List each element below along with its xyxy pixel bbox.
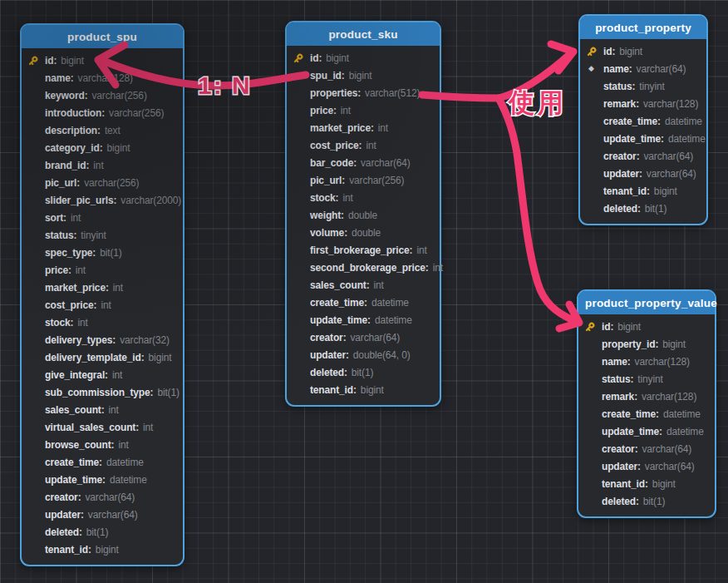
field-row[interactable]: creatorvarchar(64) bbox=[578, 441, 715, 458]
field-type: varchar(64) bbox=[647, 168, 696, 180]
field-row[interactable]: weightdouble bbox=[287, 207, 440, 225]
field-row[interactable]: statustinyint bbox=[22, 227, 183, 245]
field-name: creator bbox=[45, 492, 81, 503]
field-row[interactable]: update_timedatetime bbox=[287, 312, 440, 329]
field-row[interactable]: market_priceint bbox=[22, 279, 183, 297]
field-row[interactable]: pic_urlvarchar(256) bbox=[287, 172, 440, 190]
field-name: keyword bbox=[45, 90, 88, 101]
field-row[interactable]: stockint bbox=[287, 190, 440, 207]
field-row[interactable]: create_timedatetime bbox=[287, 294, 440, 312]
field-type: datetime bbox=[663, 408, 701, 420]
field-name: id bbox=[45, 55, 57, 67]
field-row[interactable]: stockint bbox=[22, 314, 183, 332]
field-row[interactable]: update_timedatetime bbox=[578, 423, 715, 441]
field-row[interactable]: namevarchar(128) bbox=[22, 70, 183, 87]
field-row[interactable]: spu_idbigint bbox=[287, 67, 440, 85]
field-row[interactable]: statustinyint bbox=[580, 78, 706, 96]
field-row[interactable]: volumedouble bbox=[287, 225, 440, 242]
field-row[interactable]: creatorvarchar(64) bbox=[580, 148, 706, 166]
table-product_property_value[interactable]: product_property_valueidbigintproperty_i… bbox=[577, 289, 716, 518]
field-name: create_time bbox=[45, 457, 102, 468]
field-row[interactable]: update_timedatetime bbox=[580, 131, 706, 148]
field-row[interactable]: category_idbigint bbox=[22, 140, 183, 157]
field-row[interactable]: sales_countint bbox=[22, 402, 183, 419]
field-row[interactable]: give_integralint bbox=[22, 367, 183, 384]
field-name: updater bbox=[602, 461, 641, 472]
field-row[interactable]: market_priceint bbox=[287, 120, 440, 137]
field-row[interactable]: browse_countint bbox=[22, 437, 183, 454]
field-row[interactable]: deletedbit(1) bbox=[287, 364, 440, 382]
field-row[interactable]: idbigint bbox=[22, 52, 183, 70]
field-row[interactable]: second_brokerage_priceint bbox=[287, 259, 440, 277]
field-row[interactable]: ◆namevarchar(64) bbox=[580, 61, 706, 78]
field-row[interactable]: create_timedatetime bbox=[22, 454, 183, 472]
field-row[interactable]: deletedbit(1) bbox=[580, 200, 706, 218]
field-row[interactable]: statustinyint bbox=[578, 371, 715, 388]
field-row[interactable]: deletedbit(1) bbox=[22, 524, 183, 541]
field-row[interactable]: introductionvarchar(256) bbox=[22, 105, 183, 122]
field-list: idbigintspu_idbigintpropertiesvarchar(51… bbox=[287, 46, 440, 405]
field-row[interactable]: namevarchar(128) bbox=[578, 353, 715, 371]
field-name: creator bbox=[310, 332, 347, 343]
field-name: name bbox=[45, 72, 74, 84]
field-row[interactable]: idbigint bbox=[578, 319, 715, 336]
field-row[interactable]: update_timedatetime bbox=[22, 472, 183, 489]
field-name: volume bbox=[310, 227, 347, 239]
field-row[interactable]: delivery_typesvarchar(32) bbox=[22, 332, 183, 349]
field-row[interactable]: updatervarchar(64) bbox=[22, 506, 183, 524]
field-type: varchar(64) bbox=[88, 509, 138, 521]
field-row[interactable]: updatervarchar(64) bbox=[578, 458, 715, 476]
field-name: name bbox=[602, 356, 631, 368]
field-type: datetime bbox=[665, 116, 702, 127]
field-row[interactable]: descriptiontext bbox=[22, 122, 183, 140]
field-list: idbigintproperty_idbigintnamevarchar(128… bbox=[578, 314, 715, 516]
field-row[interactable]: create_timedatetime bbox=[578, 406, 715, 423]
field-row[interactable]: create_timedatetime bbox=[580, 113, 706, 131]
field-row[interactable]: priceint bbox=[22, 262, 183, 279]
diagram-canvas[interactable]: product_spuidbigintnamevarchar(128)keywo… bbox=[0, 0, 728, 583]
field-name: deleted bbox=[602, 496, 639, 507]
field-row[interactable]: delivery_template_idbigint bbox=[22, 349, 183, 367]
field-row[interactable]: idbigint bbox=[580, 43, 706, 61]
table-title[interactable]: product_property bbox=[580, 16, 706, 39]
field-row[interactable]: remarkvarchar(128) bbox=[578, 388, 715, 406]
table-title[interactable]: product_spu bbox=[22, 25, 183, 48]
table-title[interactable]: product_property_value bbox=[578, 291, 715, 314]
field-row[interactable]: cost_priceint bbox=[22, 297, 183, 314]
field-row[interactable]: bar_codevarchar(64) bbox=[287, 155, 440, 172]
field-row[interactable]: tenant_idbigint bbox=[578, 476, 715, 493]
table-title[interactable]: product_sku bbox=[287, 22, 440, 46]
field-row[interactable]: property_idbigint bbox=[578, 336, 715, 353]
field-row[interactable]: cost_priceint bbox=[287, 137, 440, 155]
field-type: datetime bbox=[668, 133, 706, 145]
field-row[interactable]: sortint bbox=[22, 210, 183, 227]
field-row[interactable]: propertiesvarchar(512) bbox=[287, 85, 440, 102]
field-row[interactable]: tenant_idbigint bbox=[287, 382, 440, 399]
field-row[interactable]: creatorvarchar(64) bbox=[22, 489, 183, 506]
field-row[interactable]: tenant_idbigint bbox=[22, 541, 183, 559]
field-row[interactable]: tenant_idbigint bbox=[580, 183, 706, 200]
field-row[interactable]: pic_urlvarchar(256) bbox=[22, 175, 183, 192]
field-name: property_id bbox=[602, 338, 658, 350]
field-row[interactable]: spec_typebit(1) bbox=[22, 245, 183, 262]
field-name: update_time bbox=[602, 426, 662, 437]
field-row[interactable]: keywordvarchar(256) bbox=[22, 87, 183, 105]
field-row[interactable]: sales_countint bbox=[287, 277, 440, 294]
field-row[interactable]: sub_commission_typebit(1) bbox=[22, 384, 183, 402]
field-row[interactable]: priceint bbox=[287, 102, 440, 120]
field-type: varchar(128) bbox=[635, 356, 690, 368]
field-row[interactable]: updaterdouble(64, 0) bbox=[287, 347, 440, 364]
field-row[interactable]: deletedbit(1) bbox=[578, 493, 715, 511]
field-row[interactable]: idbigint bbox=[287, 50, 440, 67]
field-row[interactable]: brand_idint bbox=[22, 157, 183, 175]
table-product_sku[interactable]: product_skuidbigintspu_idbigintpropertie… bbox=[285, 21, 441, 407]
field-row[interactable]: first_brokerage_priceint bbox=[287, 242, 440, 259]
field-type: int bbox=[433, 262, 443, 274]
table-product_spu[interactable]: product_spuidbigintnamevarchar(128)keywo… bbox=[20, 23, 184, 566]
field-row[interactable]: virtual_sales_countint bbox=[22, 419, 183, 437]
field-row[interactable]: updatervarchar(64) bbox=[580, 166, 706, 183]
table-product_property[interactable]: product_propertyidbigint◆namevarchar(64)… bbox=[578, 14, 708, 225]
field-row[interactable]: slider_pic_urlsvarchar(2000) bbox=[22, 192, 183, 210]
field-row[interactable]: remarkvarchar(128) bbox=[580, 96, 706, 113]
field-row[interactable]: creatorvarchar(64) bbox=[287, 329, 440, 347]
